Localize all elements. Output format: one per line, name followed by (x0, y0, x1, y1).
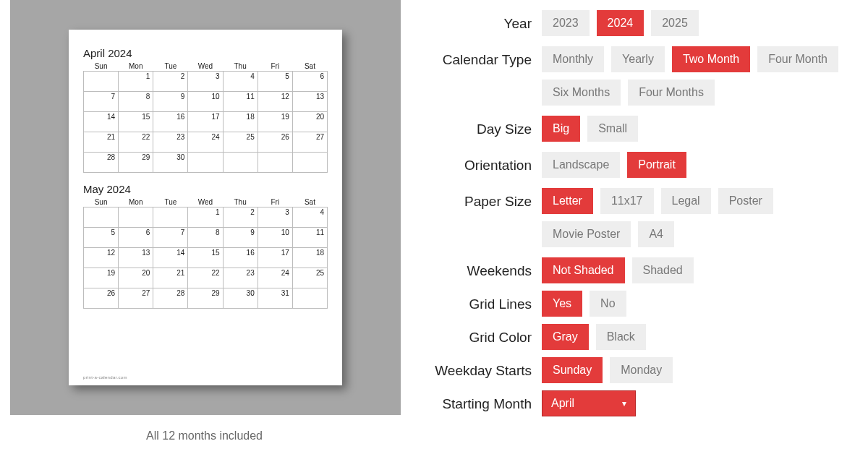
day-cell: 29 (119, 153, 153, 173)
day-cell: 13 (292, 92, 327, 112)
dow-header: Sat (292, 197, 327, 207)
day-cell: 26 (84, 288, 119, 309)
day-cell: 19 (258, 112, 292, 132)
calendar-type-option[interactable]: Four Months (628, 80, 715, 106)
label-starting-month: Starting Month (409, 390, 542, 412)
day-cell (292, 288, 327, 309)
dow-header: Thu (223, 61, 258, 72)
day-cell: 26 (258, 132, 292, 153)
day-cell: 7 (84, 92, 119, 112)
calendar-type-option[interactable]: Four Month (757, 46, 838, 72)
day-cell (292, 153, 327, 173)
grid-color-option[interactable]: Gray (542, 324, 589, 350)
dow-header: Thu (223, 197, 258, 207)
dow-header: Mon (119, 61, 153, 72)
label-calendar-type: Calendar Type (409, 46, 542, 68)
weekday-starts-option[interactable]: Sunday (542, 357, 603, 383)
year-option[interactable]: 2023 (542, 10, 590, 36)
day-cell: 6 (292, 72, 327, 92)
day-cell: 5 (84, 228, 119, 248)
dow-header: Fri (258, 61, 292, 72)
label-grid-color: Grid Color (409, 324, 542, 346)
year-option[interactable]: 2025 (651, 10, 699, 36)
day-cell: 24 (188, 132, 223, 153)
year-option[interactable]: 2024 (597, 10, 644, 36)
day-cell: 6 (119, 228, 153, 248)
dow-header: Wed (188, 61, 223, 72)
month-title-1: April 2024 (83, 47, 328, 59)
calendar-preview-page: April 2024 Sun Mon Tue Wed Thu Fri Sat (69, 30, 342, 385)
paper-size-option[interactable]: Letter (542, 188, 593, 214)
day-cell: 24 (258, 268, 292, 288)
starting-month-select[interactable]: April ▾ (542, 390, 636, 416)
day-cell: 2 (153, 72, 188, 92)
day-cell: 1 (119, 72, 153, 92)
day-cell (258, 153, 292, 173)
day-cell: 10 (188, 92, 223, 112)
paper-size-option[interactable]: 11x17 (600, 188, 654, 214)
day-cell: 13 (119, 248, 153, 268)
day-cell: 18 (292, 248, 327, 268)
day-cell (223, 153, 258, 173)
day-cell: 16 (223, 248, 258, 268)
day-cell: 11 (223, 92, 258, 112)
day-cell: 15 (188, 248, 223, 268)
day-cell: 17 (188, 112, 223, 132)
month-block-1: April 2024 Sun Mon Tue Wed Thu Fri Sat (83, 47, 328, 173)
day-cell (119, 207, 153, 228)
label-grid-lines: Grid Lines (409, 291, 542, 312)
day-cell: 28 (84, 153, 119, 173)
paper-size-option[interactable]: Movie Poster (542, 221, 631, 247)
chevron-down-icon: ▾ (622, 398, 626, 408)
day-size-option[interactable]: Small (587, 116, 638, 142)
calendar-type-option[interactable]: Six Months (542, 80, 621, 106)
dow-header: Sun (84, 197, 119, 207)
dow-header: Sun (84, 61, 119, 72)
calendar-type-option[interactable]: Yearly (611, 46, 665, 72)
day-cell: 10 (258, 228, 292, 248)
weekends-option[interactable]: Shaded (632, 257, 694, 283)
day-cell: 11 (292, 228, 327, 248)
day-size-option[interactable]: Big (542, 116, 580, 142)
dow-header: Sat (292, 61, 327, 72)
label-orientation: Orientation (409, 152, 542, 174)
day-cell: 21 (153, 268, 188, 288)
day-cell: 30 (223, 288, 258, 309)
month-title-2: May 2024 (83, 183, 328, 195)
day-cell: 17 (258, 248, 292, 268)
day-cell: 30 (153, 153, 188, 173)
preview-caption: All 12 months included (0, 429, 409, 442)
day-cell: 28 (153, 288, 188, 309)
day-cell: 19 (84, 268, 119, 288)
day-cell: 23 (223, 268, 258, 288)
dow-header: Wed (188, 197, 223, 207)
label-weekday-starts: Weekday Starts (409, 357, 542, 379)
weekends-option[interactable]: Not Shaded (542, 257, 625, 283)
paper-size-option[interactable]: A4 (638, 221, 674, 247)
orientation-option[interactable]: Portrait (627, 152, 686, 178)
paper-size-option[interactable]: Poster (718, 188, 773, 214)
day-cell: 25 (292, 268, 327, 288)
calendar-type-option[interactable]: Monthly (542, 46, 604, 72)
preview-background: April 2024 Sun Mon Tue Wed Thu Fri Sat (10, 0, 401, 415)
paper-size-option[interactable]: Legal (661, 188, 711, 214)
day-cell: 27 (119, 288, 153, 309)
label-weekends: Weekends (409, 257, 542, 279)
day-cell: 12 (258, 92, 292, 112)
calendar-type-option[interactable]: Two Month (672, 46, 750, 72)
day-cell: 25 (223, 132, 258, 153)
day-cell (84, 72, 119, 92)
calendar-grid-1: Sun Mon Tue Wed Thu Fri Sat 1 (83, 61, 328, 173)
day-cell: 31 (258, 288, 292, 309)
grid-color-option[interactable]: Black (596, 324, 646, 350)
day-cell: 23 (153, 132, 188, 153)
label-day-size: Day Size (409, 116, 542, 137)
weekday-starts-option[interactable]: Monday (610, 357, 673, 383)
day-cell: 15 (119, 112, 153, 132)
grid-lines-option[interactable]: No (590, 291, 626, 317)
grid-lines-option[interactable]: Yes (542, 291, 582, 317)
day-cell: 4 (292, 207, 327, 228)
month-block-2: May 2024 Sun Mon Tue Wed Thu Fri Sat (83, 183, 328, 309)
orientation-option[interactable]: Landscape (542, 152, 620, 178)
dow-header: Tue (153, 61, 188, 72)
